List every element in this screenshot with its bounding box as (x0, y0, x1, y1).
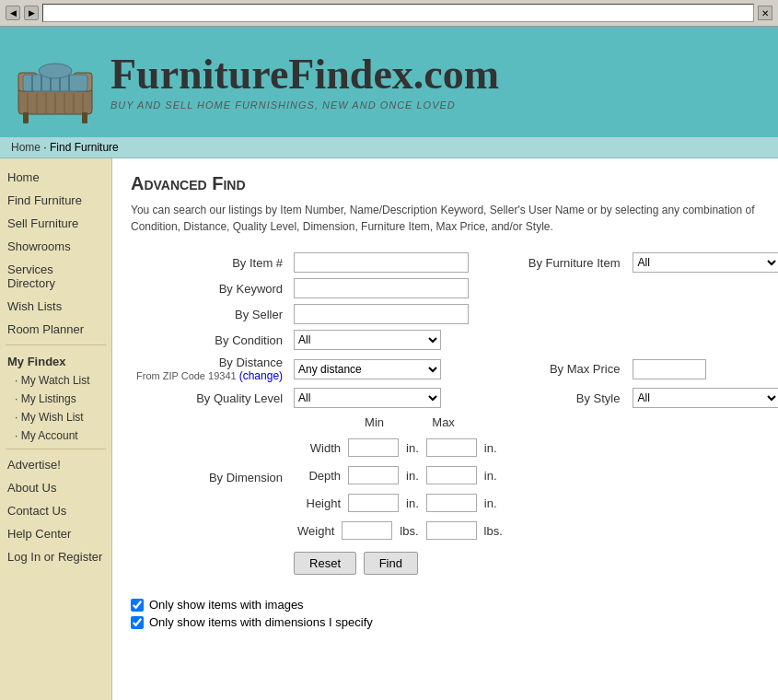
forward-button[interactable]: ▶ (24, 6, 39, 20)
style-select[interactable]: All Contemporary Traditional Modern Coun… (633, 388, 778, 408)
item-number-input[interactable] (294, 252, 469, 273)
style-label: By Style (523, 385, 628, 411)
distance-label-cell: By Distance From ZIP Code 19341 (change) (131, 353, 288, 385)
find-button[interactable]: Find (364, 552, 418, 575)
checkbox-images-label: Only show items with images (149, 598, 304, 612)
site-title-area: FurnitureFindex.com Buy and Sell Home Fu… (101, 53, 499, 111)
item-number-label: By Item # (131, 250, 288, 275)
sidebar-item-room-planner[interactable]: Room Planner (0, 318, 111, 341)
weight-table: Weight lbs. lbs. (294, 519, 506, 542)
distance-cell: Any distance Within 10 miles Within 25 m… (288, 353, 512, 385)
close-button[interactable]: ✕ (758, 6, 772, 20)
seller-label: By Seller (131, 301, 288, 327)
checkbox-images-row: Only show items with images (131, 598, 778, 612)
keyword-label: By Keyword (131, 275, 288, 301)
depth-max-unit: in. (481, 464, 501, 486)
seller-input[interactable] (294, 304, 469, 324)
quality-cell: All Economy Standard Premium Luxury (288, 385, 512, 411)
sidebar-divider-2 (6, 449, 106, 449)
sidebar-item-contact-us[interactable]: Contact Us (0, 499, 111, 522)
checkboxes-section: Only show items with images Only show it… (131, 590, 778, 629)
condition-cell: All New Like New Good Fair Poor (288, 327, 512, 353)
weight-max-unit: lbs. (481, 519, 506, 542)
page-title: Advanced Find (131, 173, 778, 194)
depth-max-input[interactable] (426, 466, 477, 484)
distance-zip: From ZIP Code 19341 (136, 370, 237, 381)
width-min-input[interactable] (348, 438, 399, 457)
weight-row: Weight lbs. lbs. (288, 517, 512, 544)
browser-chrome: ◀ ▶ ✕ (0, 0, 778, 27)
weight-label: Weight (294, 519, 338, 542)
height-max-input[interactable] (426, 494, 477, 512)
sidebar-my-findex-title: My Findex (0, 349, 111, 371)
keyword-input[interactable] (294, 278, 469, 298)
sidebar-item-showrooms[interactable]: Showrooms (0, 235, 111, 258)
sidebar: Home Find Furniture Sell Furniture Showr… (0, 158, 112, 700)
height-max-unit: in. (481, 492, 501, 514)
checkbox-images[interactable] (131, 599, 144, 612)
condition-select[interactable]: All New Like New Good Fair Poor (294, 330, 441, 350)
depth-row: Depth in. in. (288, 461, 512, 489)
sidebar-item-wish-lists[interactable]: Wish Lists (0, 295, 111, 318)
furniture-item-cell: All Bedroom Living Room Dining Room Offi… (627, 250, 778, 275)
breadcrumb-current: Find Furniture (50, 141, 119, 154)
buttons-cell: Reset Find (288, 544, 512, 578)
sidebar-item-my-listings[interactable]: · My Listings (0, 390, 111, 408)
sidebar-item-find-furniture[interactable]: Find Furniture (0, 189, 111, 212)
keyword-cell (288, 275, 512, 301)
sidebar-item-my-watch-list[interactable]: · My Watch List (0, 371, 111, 390)
style-cell: All Contemporary Traditional Modern Coun… (627, 385, 778, 411)
sidebar-item-services-directory[interactable]: Services Directory (0, 258, 111, 295)
distance-change-link[interactable]: (change) (239, 369, 283, 382)
height-row: Height in. in. (288, 489, 512, 517)
height-min-input[interactable] (348, 494, 399, 512)
furniture-item-select[interactable]: All Bedroom Living Room Dining Room Offi… (633, 252, 778, 273)
quality-label: By Quality Level (131, 385, 288, 411)
sidebar-item-help-center[interactable]: Help Center (0, 522, 111, 545)
breadcrumb-home[interactable]: Home (11, 141, 41, 154)
sidebar-item-sell-furniture[interactable]: Sell Furniture (0, 212, 111, 235)
breadcrumb: Home · Find Furniture (0, 137, 778, 158)
search-form: By Item # By Furniture Item All Bedroom … (131, 250, 778, 578)
width-max-unit: in. (481, 437, 501, 459)
svg-rect-17 (82, 112, 87, 123)
page-description: You can search our listings by Item Numb… (131, 202, 778, 235)
quality-select[interactable]: All Economy Standard Premium Luxury (294, 388, 441, 408)
distance-select[interactable]: Any distance Within 10 miles Within 25 m… (294, 359, 441, 379)
dimension-minmax-header: Min Max (288, 411, 512, 434)
max-price-cell (627, 353, 778, 385)
checkbox-dimensions[interactable] (131, 616, 144, 629)
weight-max-input[interactable] (426, 521, 477, 540)
weight-min-unit: lbs. (396, 519, 422, 542)
max-price-input[interactable] (633, 359, 706, 379)
svg-rect-16 (23, 112, 29, 123)
max-header: Max (413, 414, 473, 431)
max-price-label: By Max Price (523, 353, 628, 385)
sidebar-item-about-us[interactable]: About Us (0, 476, 111, 499)
sidebar-item-my-account[interactable]: · My Account (0, 426, 111, 445)
distance-label: By Distance (136, 356, 283, 369)
furniture-item-label: By Furniture Item (523, 250, 628, 275)
url-bar[interactable] (42, 4, 754, 22)
width-max-input[interactable] (426, 438, 477, 457)
reset-button[interactable]: Reset (294, 552, 356, 575)
sidebar-item-my-wish-list[interactable]: · My Wish List (0, 408, 111, 426)
depth-min-unit: in. (402, 464, 423, 486)
dimension-label: By Dimension (131, 411, 288, 544)
height-table: Height in. in. (294, 492, 500, 514)
sidebar-item-advertise[interactable]: Advertise! (0, 453, 111, 476)
back-button[interactable]: ◀ (6, 6, 20, 20)
width-min-unit: in. (402, 437, 423, 459)
weight-min-input[interactable] (342, 521, 392, 540)
svg-point-18 (39, 64, 72, 78)
depth-min-input[interactable] (348, 466, 399, 484)
distance-sublabel: From ZIP Code 19341 (change) (136, 369, 283, 382)
width-row: Width in. in. (288, 434, 512, 461)
seller-cell (288, 301, 512, 327)
checkbox-dimensions-label: Only show items with dimensions I specif… (149, 615, 373, 629)
sidebar-item-login-register[interactable]: Log In or Register (0, 545, 111, 568)
min-header: Min (344, 414, 404, 431)
site-header: FurnitureFindex.com Buy and Sell Home Fu… (0, 27, 778, 137)
height-min-unit: in. (402, 492, 423, 514)
sidebar-item-home[interactable]: Home (0, 166, 111, 189)
